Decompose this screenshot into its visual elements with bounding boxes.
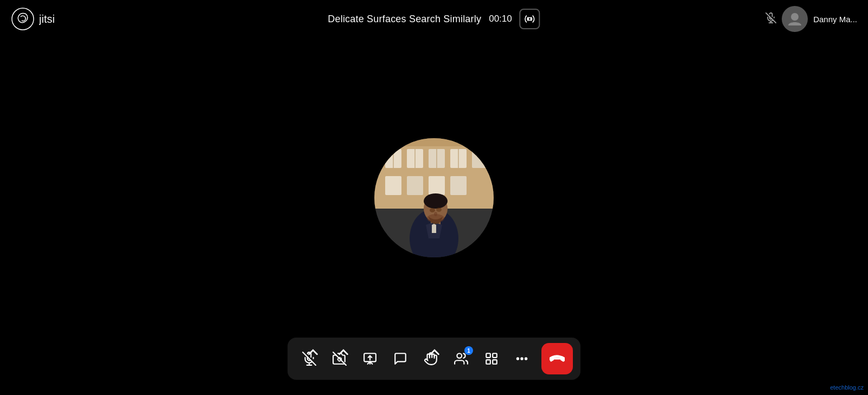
mic-button[interactable]	[295, 343, 323, 374]
tile-view-button[interactable]	[477, 343, 506, 374]
share-link-icon	[525, 14, 535, 24]
meeting-title: Delicate Surfaces Search Similarly	[328, 14, 481, 25]
toolbar: 1	[288, 338, 580, 380]
svg-point-0	[12, 8, 34, 30]
svg-rect-40	[493, 353, 497, 358]
svg-point-6	[791, 13, 799, 21]
header-center: Delicate Surfaces Search Similarly 00:10	[328, 9, 540, 29]
svg-point-38	[457, 353, 462, 358]
more-options-button[interactable]	[508, 343, 536, 374]
chevron-up-icon	[336, 345, 350, 359]
end-call-icon	[550, 351, 565, 366]
participant-name-label: Danny Ma...	[813, 15, 857, 24]
svg-point-45	[525, 358, 527, 359]
main-video-area	[0, 0, 868, 395]
svg-rect-17	[385, 176, 401, 195]
svg-point-27	[430, 208, 435, 212]
svg-rect-18	[407, 176, 423, 195]
svg-point-44	[521, 358, 522, 359]
svg-rect-12	[472, 149, 488, 168]
svg-rect-42	[493, 360, 497, 364]
chevron-up-icon	[306, 345, 320, 359]
end-call-button[interactable]	[541, 343, 573, 374]
avatar-person-icon	[786, 10, 803, 28]
share-screen-icon	[363, 352, 377, 366]
svg-point-24	[424, 193, 448, 209]
raise-hand-button[interactable]	[417, 343, 445, 374]
jitsi-text-logo: jitsi	[39, 12, 66, 25]
participant-mic-icon	[765, 12, 776, 26]
svg-point-29	[434, 212, 437, 216]
chat-button[interactable]	[386, 343, 414, 374]
participants-badge: 1	[464, 346, 473, 355]
call-timer: 00:10	[489, 14, 512, 24]
participant-illustration	[374, 138, 494, 257]
svg-point-28	[436, 208, 442, 212]
participants-button[interactable]: 1	[447, 343, 475, 374]
participant-video	[374, 138, 494, 257]
svg-text:jitsi: jitsi	[39, 13, 55, 25]
share-link-button[interactable]	[520, 9, 540, 29]
watermark: etechblog.cz	[830, 384, 864, 391]
more-options-icon	[515, 352, 529, 366]
share-screen-button[interactable]	[356, 343, 384, 374]
tile-view-icon	[484, 352, 499, 366]
svg-rect-39	[486, 353, 490, 358]
participant-avatar	[782, 6, 808, 32]
svg-rect-19	[429, 176, 445, 195]
header: jitsi Delicate Surfaces Search Similarly…	[0, 0, 868, 38]
svg-point-43	[517, 358, 519, 359]
svg-point-2	[528, 18, 531, 21]
logo-area: jitsi	[11, 7, 66, 31]
svg-rect-20	[450, 176, 467, 195]
svg-rect-41	[486, 360, 490, 364]
svg-rect-21	[374, 138, 494, 146]
jitsi-logo	[11, 7, 35, 31]
camera-button[interactable]	[326, 343, 354, 374]
chevron-up-icon	[427, 345, 442, 359]
header-right: Danny Ma...	[765, 6, 857, 32]
chat-icon	[393, 352, 407, 366]
